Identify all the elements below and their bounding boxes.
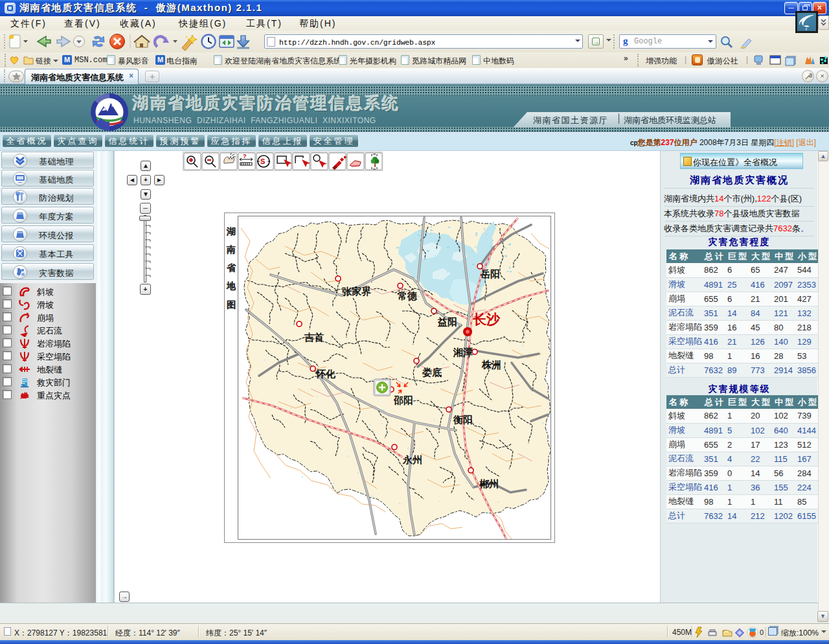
- svg-text:株洲: 株洲: [481, 359, 501, 370]
- svg-text:张家界: 张家界: [342, 286, 371, 297]
- svg-text:S: S: [260, 157, 265, 165]
- svg-text:邵阳: 邵阳: [393, 395, 413, 406]
- svg-text:永州: 永州: [402, 454, 422, 465]
- svg-text:衡阳: 衡阳: [453, 414, 473, 425]
- svg-text:郴州: 郴州: [479, 478, 499, 489]
- svg-text:吉首: 吉首: [304, 332, 324, 343]
- svg-text:湘潭: 湘潭: [453, 347, 473, 358]
- svg-text:长沙: 长沙: [473, 312, 501, 327]
- svg-text:0: 0: [760, 628, 764, 636]
- svg-text:?: ?: [243, 153, 247, 159]
- svg-text:怀化: 怀化: [315, 368, 336, 379]
- svg-text:岳阳: 岳阳: [480, 268, 500, 279]
- svg-text:常德: 常德: [397, 290, 418, 301]
- svg-text:娄底: 娄底: [422, 367, 442, 378]
- svg-text:益阳: 益阳: [437, 316, 457, 327]
